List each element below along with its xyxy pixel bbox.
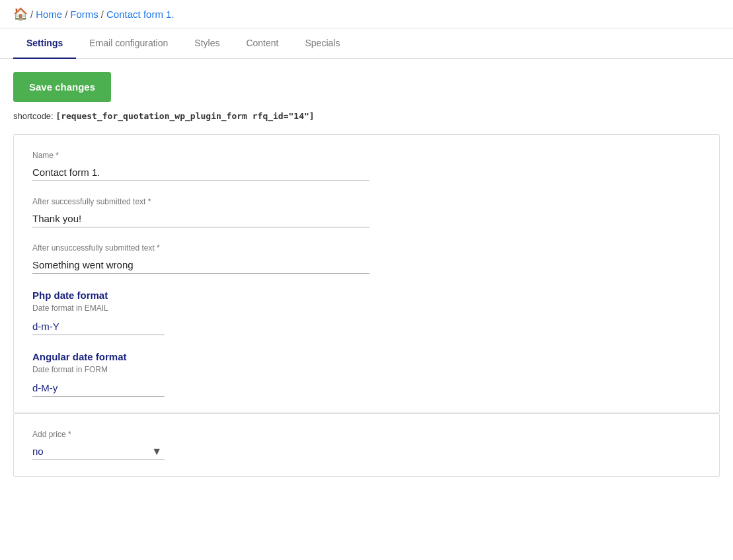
angular-date-field-group: Angular date format Date format in FORM [32,351,701,397]
php-date-subheading: Date format in EMAIL [32,303,701,313]
name-field-group: Name * [32,151,701,181]
angular-date-subheading: Date format in FORM [32,365,701,374]
main-content: Save changes shortcode: [request_for_quo… [0,59,733,490]
tab-specials[interactable]: Specials [291,28,353,59]
tab-email-configuration[interactable]: Email configuration [76,28,181,59]
form-section-main: Name * After successfully submitted text… [13,134,720,413]
breadcrumb-form[interactable]: Contact form 1. [106,9,174,20]
save-button[interactable]: Save changes [13,72,111,102]
form-section-price: Add price * no yes ▼ [13,413,720,477]
failure-text-input[interactable] [32,257,369,274]
tabs-bar: Settings Email configuration Styles Cont… [0,28,733,59]
breadcrumb-home[interactable]: Home [36,9,62,20]
php-date-heading: Php date format [32,290,701,301]
name-label: Name * [32,151,701,160]
shortcode-value: [request_for_quotation_wp_plugin_form rf… [56,111,314,121]
breadcrumb-forms[interactable]: Forms [70,9,98,20]
shortcode-line: shortcode: [request_for_quotation_wp_plu… [13,111,720,121]
add-price-label: Add price * [32,430,701,439]
success-text-input[interactable] [32,210,369,227]
breadcrumb: 🏠 / Home / Forms / Contact form 1. [13,7,174,21]
tab-settings[interactable]: Settings [13,28,76,59]
success-text-field-group: After successfully submitted text * [32,197,701,227]
angular-date-heading: Angular date format [32,351,701,362]
shortcode-prefix: shortcode: [13,111,54,121]
breadcrumb-separator: / [30,9,33,20]
name-input[interactable] [32,164,369,181]
tab-styles[interactable]: Styles [181,28,233,59]
breadcrumb-separator: / [65,9,67,20]
home-icon[interactable]: 🏠 [13,7,28,21]
failure-text-label: After unsuccessfully submitted text * [32,243,701,253]
angular-date-input[interactable] [32,380,165,397]
top-bar: 🏠 / Home / Forms / Contact form 1. [0,0,733,28]
add-price-field-group: Add price * no yes ▼ [32,430,701,460]
success-text-label: After successfully submitted text * [32,197,701,206]
tab-content[interactable]: Content [233,28,291,59]
php-date-field-group: Php date format Date format in EMAIL [32,290,701,335]
add-price-select-wrapper: no yes ▼ [32,443,165,460]
breadcrumb-separator: / [101,9,104,20]
add-price-select[interactable]: no yes [32,443,165,460]
php-date-input[interactable] [32,318,165,335]
failure-text-field-group: After unsuccessfully submitted text * [32,243,701,274]
